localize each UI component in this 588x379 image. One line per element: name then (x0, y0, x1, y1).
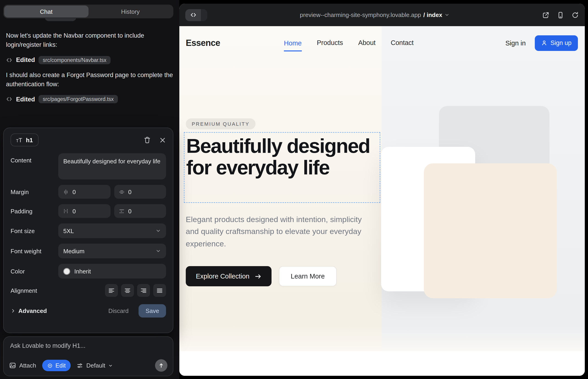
file-chip[interactable]: src/pages/ForgotPassword.tsx (39, 95, 118, 103)
font-size-select[interactable]: 5XL (58, 223, 166, 238)
color-label: Color (11, 268, 58, 275)
sign-up-label: Sign up (550, 39, 572, 46)
site-canvas: Essence Home Products About Contact Sign… (179, 26, 585, 376)
site-nav-links: Home Products About Contact (284, 39, 414, 47)
h1-selection-outline[interactable]: Beautifully designed for everyday life (184, 132, 380, 203)
edited-label: Edited (16, 56, 35, 63)
composer-input[interactable] (9, 341, 169, 359)
nav-link-contact[interactable]: Contact (391, 39, 414, 47)
font-weight-row: Font weight Medium (11, 244, 166, 258)
align-right-icon (140, 287, 147, 294)
send-button[interactable] (155, 359, 167, 372)
collapse-handle[interactable] (201, 9, 207, 21)
margin-label: Margin (11, 188, 58, 195)
close-icon (159, 137, 166, 143)
font-weight-select[interactable]: Medium (58, 244, 166, 258)
align-center-icon (124, 287, 131, 294)
mobile-view-button[interactable] (557, 11, 564, 19)
padding-vertical-input[interactable]: 0 (58, 204, 110, 218)
advanced-toggle[interactable]: Advanced (11, 307, 47, 314)
align-left-icon (108, 287, 115, 294)
padding-row: Padding 0 0 (11, 204, 166, 218)
nav-link-products[interactable]: Products (317, 39, 343, 47)
edit-mode-button[interactable]: Edit (42, 360, 71, 371)
url-bar[interactable]: preview--charming-site-symphony.lovable.… (300, 12, 450, 18)
url-domain: preview--charming-site-symphony.lovable.… (300, 12, 421, 18)
padding-horizontal-icon (119, 208, 124, 214)
sign-up-button[interactable]: Sign up (535, 35, 578, 51)
nav-link-about[interactable]: About (358, 39, 376, 47)
font-weight-value: Medium (63, 248, 85, 254)
toggle-panels-button[interactable] (185, 9, 201, 21)
open-in-new-tab-button[interactable] (542, 11, 549, 19)
align-right-button[interactable] (137, 284, 150, 297)
chevron-down-icon (108, 363, 113, 368)
attach-image-icon (9, 362, 16, 369)
align-justify-button[interactable] (153, 284, 166, 297)
nav-link-home[interactable]: Home (284, 39, 302, 51)
tab-chat[interactable]: Chat (4, 5, 88, 17)
chat-message: I should also create a Forgot Password p… (6, 70, 174, 89)
discard-button[interactable]: Discard (106, 307, 131, 315)
explore-collection-button[interactable]: Explore Collection (186, 266, 272, 286)
tab-history[interactable]: History (88, 5, 172, 17)
model-selector-button[interactable]: Default (77, 362, 113, 369)
chat-sidebar: Chat History Now let's update the Navbar… (0, 0, 179, 379)
chat-messages: Now let's update the Navbar component to… (6, 31, 174, 110)
alignment-label: Alignment (11, 287, 58, 294)
margin-vertical-value: 0 (73, 188, 76, 195)
collapse-group (185, 9, 207, 21)
arrow-up-icon (158, 363, 164, 368)
attach-button[interactable]: Attach (9, 362, 36, 369)
hero-bottom-fade (179, 325, 585, 351)
align-center-button[interactable] (121, 284, 134, 297)
site-bottom-strip (179, 351, 585, 376)
site-navbar: Essence Home Products About Contact Sign… (179, 26, 585, 60)
sign-in-link[interactable]: Sign in (505, 39, 526, 47)
close-editor-button[interactable] (159, 137, 166, 143)
delete-element-button[interactable] (144, 136, 151, 144)
refresh-button[interactable] (572, 11, 579, 19)
color-row: Color Inherit (11, 264, 166, 279)
edited-file-row: Edited src/pages/ForgotPassword.tsx (6, 95, 174, 103)
color-select[interactable]: Inherit (58, 264, 166, 279)
person-icon (541, 40, 547, 46)
edit-target-icon (47, 363, 53, 368)
hero-paragraph: Elegant products designed with intention… (186, 214, 369, 250)
chevron-right-icon (11, 308, 15, 313)
content-input[interactable]: Beautifully designed for everyday life (58, 153, 166, 179)
edited-label: Edited (16, 96, 35, 103)
code-icon (6, 96, 12, 102)
url-zone: preview--charming-site-symphony.lovable.… (207, 12, 542, 18)
hero-heading[interactable]: Beautifully designed for everyday life (184, 133, 379, 178)
typography-icon: TT (16, 136, 22, 144)
attach-label: Attach (19, 362, 36, 369)
margin-horizontal-input[interactable]: 0 (114, 185, 166, 199)
learn-more-button[interactable]: Learn More (279, 266, 337, 286)
content-row: Content Beautifully designed for everyda… (11, 153, 166, 179)
chevron-down-icon (155, 228, 161, 234)
composer-toolbar: Attach Edit Default (9, 359, 167, 372)
element-tag-name: h1 (26, 137, 33, 143)
sidebar-tabs: Chat History (3, 5, 173, 18)
save-button[interactable]: Save (139, 304, 166, 317)
hero-cta-row: Explore Collection Learn More (186, 266, 337, 286)
padding-horizontal-input[interactable]: 0 (114, 204, 166, 218)
arrow-right-icon (255, 273, 262, 280)
refresh-icon (572, 11, 579, 19)
site-nav-right: Sign in Sign up (505, 35, 578, 51)
align-left-button[interactable] (105, 284, 118, 297)
margin-vertical-input[interactable]: 0 (58, 185, 110, 199)
site-logo[interactable]: Essence (186, 38, 220, 48)
content-label: Content (11, 153, 58, 164)
padding-label: Padding (11, 208, 58, 215)
code-toggle-icon (190, 12, 197, 18)
explore-collection-label: Explore Collection (196, 272, 249, 280)
font-size-value: 5XL (63, 227, 74, 234)
color-value: Inherit (74, 268, 91, 275)
margin-horizontal-value: 0 (128, 188, 131, 195)
file-chip[interactable]: src/components/Navbar.tsx (39, 56, 110, 64)
mode-label: Default (86, 362, 105, 369)
element-tag-badge[interactable]: TT h1 (11, 134, 38, 146)
code-icon (6, 57, 12, 63)
